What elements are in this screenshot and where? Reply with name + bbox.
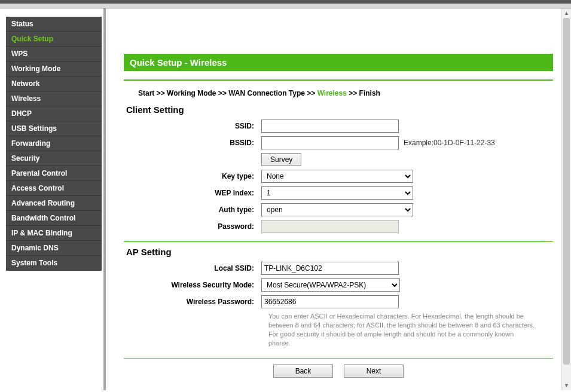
authtype-select[interactable]: open (261, 203, 413, 216)
ap-setting-heading: AP Setting (124, 247, 553, 257)
sidebar-item-system-tools[interactable]: System Tools (6, 256, 102, 271)
bssid-input[interactable] (261, 136, 399, 149)
sidebar-item-working-mode[interactable]: Working Mode (6, 62, 102, 76)
localssid-input[interactable] (261, 262, 399, 275)
localssid-label: Local SSID: (124, 264, 261, 272)
sidebar-item-advanced-routing[interactable]: Advanced Routing (6, 196, 102, 211)
sidebar: Status Quick Setup WPS Working Mode Netw… (0, 8, 106, 390)
sidebar-item-parental-control[interactable]: Parental Control (6, 166, 102, 181)
wepindex-select[interactable]: 1 (261, 186, 413, 200)
secmode-label: Wireless Security Mode: (124, 281, 261, 289)
sidebar-item-status[interactable]: Status (6, 17, 102, 32)
ap-password-input[interactable] (261, 295, 399, 308)
sidebar-item-dhcp[interactable]: DHCP (6, 106, 102, 121)
breadcrumb-step-working-mode: Working Mode (167, 89, 216, 97)
sidebar-item-wireless[interactable]: Wireless (6, 91, 102, 106)
breadcrumb-step-wireless: Wireless (317, 89, 347, 97)
sidebar-item-quick-setup[interactable]: Quick Setup (6, 32, 102, 47)
breadcrumb-step-wan: WAN Connection Type (228, 89, 305, 97)
breadcrumb: Start >> Working Mode >> WAN Connection … (124, 85, 553, 103)
sidebar-item-usb-settings[interactable]: USB Settings (6, 121, 102, 136)
bssid-hint: Example:00-1D-0F-11-22-33 (404, 139, 495, 147)
page-title: Quick Setup - Wireless (124, 54, 553, 71)
sidebar-item-network[interactable]: Network (6, 76, 102, 91)
sidebar-item-security[interactable]: Security (6, 151, 102, 166)
vertical-scrollbar[interactable]: ▲ ▼ (561, 8, 571, 390)
sidebar-item-access-control[interactable]: Access Control (6, 181, 102, 196)
sidebar-item-ip-mac-binding[interactable]: IP & MAC Binding (6, 226, 102, 241)
breadcrumb-step-start: Start (138, 89, 154, 97)
sidebar-item-dynamic-dns[interactable]: Dynamic DNS (6, 241, 102, 256)
client-password-input (261, 220, 399, 233)
scroll-down-arrow-icon[interactable]: ▼ (562, 381, 571, 390)
ssid-label: SSID: (124, 122, 261, 130)
next-button[interactable]: Next (344, 365, 404, 378)
client-password-label: Password: (124, 222, 261, 231)
sidebar-item-forwarding[interactable]: Forwarding (6, 136, 102, 151)
sidebar-item-wps[interactable]: WPS (6, 47, 102, 62)
password-help-text: You can enter ASCII or Hexadecimal chara… (268, 312, 535, 347)
keytype-label: Key type: (124, 172, 261, 180)
ap-password-label: Wireless Password: (124, 298, 261, 306)
scroll-up-arrow-icon[interactable]: ▲ (562, 8, 571, 18)
secmode-select[interactable]: Most Secure(WPA/WPA2-PSK) (261, 278, 400, 292)
client-setting-heading: Client Setting (124, 105, 553, 115)
ssid-input[interactable] (261, 120, 399, 133)
bssid-label: BSSID: (124, 139, 261, 147)
main-content: Quick Setup - Wireless Start >> Working … (106, 8, 571, 390)
authtype-label: Auth type: (124, 206, 261, 214)
breadcrumb-step-finish: Finish (359, 89, 380, 97)
scrollbar-thumb[interactable] (563, 18, 570, 365)
wepindex-label: WEP Index: (124, 189, 261, 197)
back-button[interactable]: Back (273, 365, 333, 378)
keytype-select[interactable]: None (261, 170, 413, 183)
survey-button[interactable]: Survey (261, 153, 301, 166)
sidebar-item-bandwidth-control[interactable]: Bandwidth Control (6, 211, 102, 226)
top-chrome-bar (0, 0, 571, 8)
